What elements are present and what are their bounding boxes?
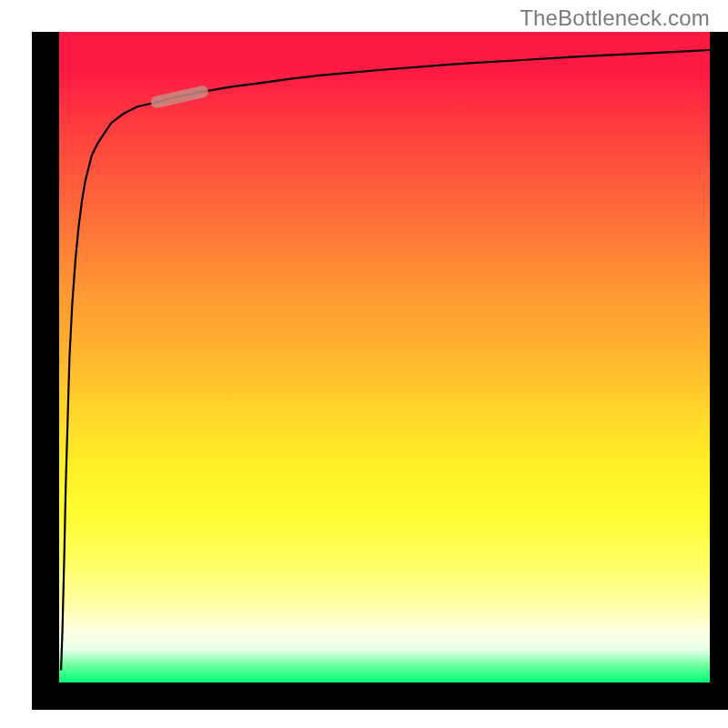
watermark-text: TheBottleneck.com [520, 5, 710, 31]
curve-layer [59, 32, 710, 682]
chart-container: TheBottleneck.com [0, 0, 728, 728]
chart-frame-bottom [32, 682, 710, 710]
plot-area [59, 32, 710, 682]
main-curve [61, 50, 710, 670]
chart-frame-right [710, 32, 728, 710]
curve-highlight-marker [157, 92, 202, 102]
